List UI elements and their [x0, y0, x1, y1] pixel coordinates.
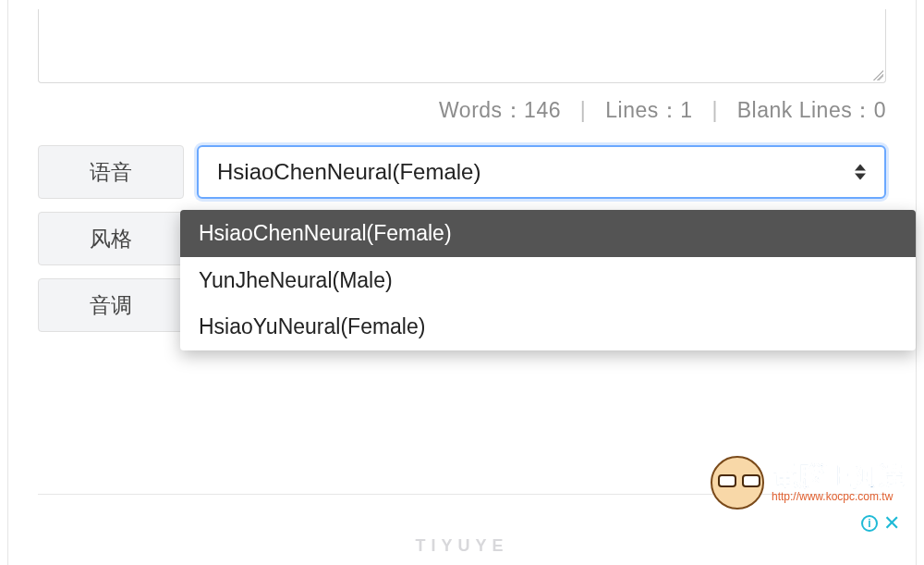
ad-info-icon[interactable]: i	[861, 515, 878, 532]
voice-select[interactable]: HsiaoChenNeural(Female)	[197, 145, 886, 199]
voice-select-wrap: HsiaoChenNeural(Female)	[197, 145, 886, 199]
select-sort-icon	[855, 165, 866, 180]
stat-separator: |	[580, 98, 586, 122]
main-textarea[interactable]	[38, 9, 886, 83]
voice-option[interactable]: YunJheNeural(Male)	[180, 257, 916, 304]
pitch-label: 音调	[38, 278, 184, 332]
blank-lines-value: 0	[874, 98, 886, 122]
app-panel: Words：146 | Lines：1 | Blank Lines：0 语音 H…	[7, 0, 917, 565]
voice-dropdown: HsiaoChenNeural(Female) YunJheNeural(Mal…	[180, 210, 916, 350]
voice-option[interactable]: HsiaoYuNeural(Female)	[180, 303, 916, 350]
voice-row: 语音 HsiaoChenNeural(Female)	[38, 145, 886, 199]
text-input-area	[8, 0, 916, 83]
blank-lines-label: Blank Lines：	[737, 98, 874, 122]
words-value: 146	[524, 98, 561, 122]
voice-option[interactable]: HsiaoChenNeural(Female)	[180, 210, 916, 257]
ad-close-icon[interactable]: ✕	[883, 511, 900, 535]
voice-selected-value: HsiaoChenNeural(Female)	[217, 159, 480, 185]
divider	[38, 494, 886, 495]
lines-label: Lines：	[605, 98, 680, 122]
text-stats: Words：146 | Lines：1 | Blank Lines：0	[8, 83, 916, 132]
voice-settings-form: 语音 HsiaoChenNeural(Female) HsiaoChenNeur…	[8, 145, 916, 332]
ad-controls: i ✕	[861, 511, 900, 535]
stat-separator: |	[711, 98, 717, 122]
style-label: 风格	[38, 212, 184, 265]
words-label: Words：	[439, 98, 524, 122]
lines-value: 1	[680, 98, 692, 122]
voice-label: 语音	[38, 145, 184, 199]
footer-brand: TIYUYE	[415, 536, 508, 556]
